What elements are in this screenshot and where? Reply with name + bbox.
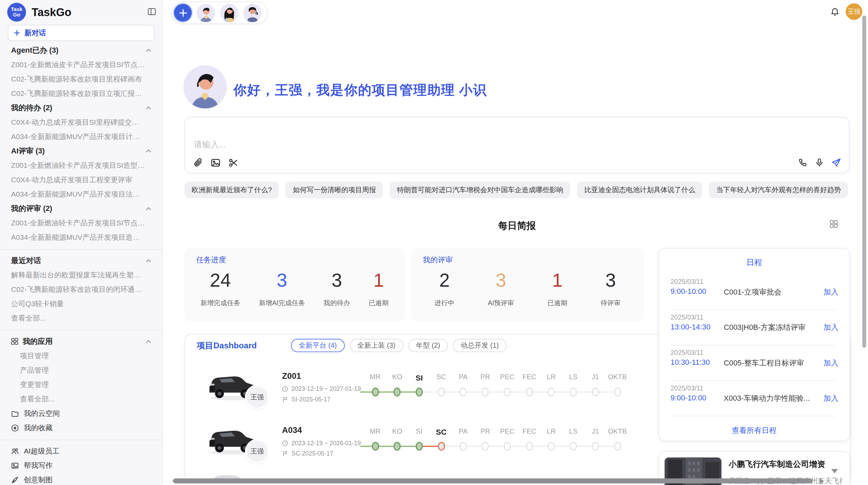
microphone-icon[interactable] bbox=[815, 158, 824, 168]
milestone-dot-PA[interactable] bbox=[460, 442, 467, 451]
attachment-icon[interactable] bbox=[193, 158, 203, 168]
sidebar-item[interactable]: A034-全新新能源MUV产品开发项目造型可行性评审 bbox=[0, 231, 162, 245]
sidebar-item-folder[interactable]: 我的云空间 bbox=[0, 407, 162, 421]
sidebar-section-my-apps[interactable]: 我的应用 bbox=[0, 334, 162, 349]
notifications-bell-icon[interactable] bbox=[830, 7, 840, 16]
suggestion-chip[interactable]: 特朗普可能对进口汽车增税会对中国车企造成哪些影响 bbox=[390, 182, 570, 198]
sidebar-item[interactable]: C02-飞腾新能源轻客改款项目立项汇报方案 bbox=[0, 86, 162, 101]
sidebar-item[interactable]: Z001-全新燃油轻卡产品开发项目SI造型提交物评审 bbox=[0, 158, 162, 173]
milestone-dot-J1[interactable] bbox=[592, 442, 599, 451]
image-upload-icon[interactable] bbox=[210, 158, 220, 168]
milestone-dot-SI[interactable] bbox=[415, 388, 423, 397]
voice-call-icon[interactable] bbox=[798, 158, 807, 168]
tab-powertrain[interactable]: 动总开发 (1) bbox=[453, 339, 506, 352]
new-chat-button[interactable]: 新对话 bbox=[8, 25, 155, 41]
screenshot-scissors-icon[interactable] bbox=[228, 158, 238, 168]
scroll-right-arrow[interactable] bbox=[820, 478, 824, 484]
schedule-entry-time: 13:00-14:30 bbox=[671, 323, 710, 331]
milestone-dot-PR[interactable] bbox=[482, 388, 489, 397]
chat-composer[interactable]: 请输入... bbox=[184, 117, 849, 173]
suggestion-chip[interactable]: 当下年轻人对汽车外观有怎样的喜好趋势 bbox=[709, 182, 848, 198]
sidebar-item[interactable]: 公司Q3轻卡销量 bbox=[0, 297, 162, 311]
sidebar-section-header[interactable]: 我的待办 (2) bbox=[0, 101, 162, 115]
tab-new-body[interactable]: 全新上装 (3) bbox=[350, 339, 403, 352]
dashboard-tabs: 全新平台 (4) 全新上装 (3) 年型 (2) 动总开发 (1) bbox=[291, 339, 507, 352]
milestone-dot-PA[interactable] bbox=[460, 388, 467, 397]
milestone-dot-FEC[interactable] bbox=[526, 388, 533, 397]
sidebar-section-header[interactable]: 我的评审 (2) bbox=[0, 201, 162, 216]
sidebar-item-star[interactable]: 我的收藏 bbox=[0, 421, 162, 435]
milestone-dot-FEC[interactable] bbox=[526, 442, 533, 451]
sidebar-section-recent-chats[interactable]: 最近对话 bbox=[0, 253, 162, 268]
milestone-dot-LS[interactable] bbox=[570, 442, 577, 451]
sidebar-item[interactable]: Z001-全新燃油轻卡产品开发项目SI节点属性5D文件评审 bbox=[0, 216, 162, 230]
milestone-dot-KO[interactable] bbox=[394, 442, 401, 451]
milestone-dot-LR[interactable] bbox=[548, 388, 555, 397]
sidebar-item[interactable]: Z001-全新燃油皮卡产品开发项目SI节点Lesson Learn报告 bbox=[0, 58, 162, 72]
milestone-dot-KO[interactable] bbox=[394, 388, 401, 397]
sidebar-item[interactable]: C02-飞腾新能源轻客改款项目里程碑画布 bbox=[0, 72, 162, 86]
milestone-dot-J1[interactable] bbox=[592, 388, 599, 397]
sidebar-item[interactable]: A034-全新新能源MUV产品开发项目法规符合性评审 bbox=[0, 187, 162, 201]
send-icon[interactable] bbox=[831, 158, 841, 168]
milestone-dot-SI[interactable] bbox=[415, 442, 423, 451]
schedule-entry-time: 10:30-11:30 bbox=[671, 358, 710, 366]
sidebar-item-users[interactable]: AI超级员工 bbox=[0, 444, 162, 459]
milestone-dot-PR[interactable] bbox=[482, 442, 489, 451]
schedule-entry-title: C003|H0B-方案冻结评审 bbox=[724, 323, 806, 333]
join-meeting-link[interactable]: 加入 bbox=[823, 394, 839, 403]
stat-in-progress: 2 进行中 bbox=[435, 269, 455, 308]
schedule-panel: 日程 2025/03/119:00-10:00C001-立项审批会加入2025/… bbox=[659, 248, 850, 441]
tab-all-new-platform[interactable]: 全新平台 (4) bbox=[291, 339, 345, 352]
view-all-schedule-link[interactable]: 查看所有日程 bbox=[659, 426, 849, 436]
sidebar-item[interactable]: 查看全部... bbox=[0, 392, 162, 407]
sidebar-item[interactable]: 解释最新出台的欧盟报废车法规再生塑料比例被调至15%... bbox=[0, 268, 162, 282]
sidebar-item[interactable]: C0X4-动力总成开发项目SI里程碑提交物检查 bbox=[0, 115, 162, 129]
sidebar-item[interactable]: 项目管理 bbox=[0, 349, 162, 363]
agent-avatar-1[interactable] bbox=[197, 4, 215, 22]
briefing-title: 每日简报 bbox=[184, 219, 849, 232]
milestone-dot-MR[interactable] bbox=[372, 442, 379, 451]
chevron-up-icon bbox=[146, 49, 151, 52]
milestone-dot-MR[interactable] bbox=[372, 388, 379, 397]
join-meeting-link[interactable]: 加入 bbox=[823, 287, 839, 297]
user-avatar-name: 王强 bbox=[848, 8, 860, 16]
vertical-scrollbar-thumb[interactable] bbox=[862, 15, 866, 348]
suggestion-chip[interactable]: 欧洲新规最近颁布了什么? bbox=[184, 182, 279, 198]
sidebar-item-pen[interactable]: 创意制图 bbox=[0, 473, 162, 485]
sidebar-item[interactable]: 产品管理 bbox=[0, 363, 162, 377]
join-meeting-link[interactable]: 加入 bbox=[823, 323, 839, 333]
sidebar-item-photo[interactable]: 帮我写作 bbox=[0, 459, 162, 473]
layout-grid-icon[interactable] bbox=[830, 220, 838, 228]
sidebar-item[interactable]: A034-全新新能源MUV产品开发项目计划变更表编写 bbox=[0, 129, 162, 144]
suggestion-chip[interactable]: 比亚迪全固态电池计划具体说了什么 bbox=[577, 182, 702, 198]
suggestion-chip[interactable]: 如何写一份清晰的项目周报 bbox=[286, 182, 383, 198]
sidebar-collapse-icon[interactable] bbox=[147, 7, 156, 16]
sidebar-section-header[interactable]: AI评审 (3) bbox=[0, 144, 162, 158]
milestone-dot-SC[interactable] bbox=[438, 442, 445, 451]
milestone-dot-OKTB[interactable] bbox=[614, 388, 621, 397]
milestone-dot-LS[interactable] bbox=[570, 388, 577, 397]
sidebar-section-header[interactable]: Agent已办 (3) bbox=[0, 43, 162, 58]
horizontal-scrollbar-thumb[interactable] bbox=[173, 478, 812, 484]
milestone-dot-LR[interactable] bbox=[548, 442, 555, 451]
schedule-separator bbox=[671, 310, 836, 310]
schedule-entry: 2025/03/119:00-10:00C001-立项审批会加入 bbox=[659, 278, 849, 313]
milestone-dot-SC[interactable] bbox=[438, 388, 445, 397]
add-agent-button[interactable] bbox=[174, 4, 192, 22]
agent-avatar-3[interactable] bbox=[243, 4, 262, 22]
sidebar-item[interactable]: C02-飞腾新能源轻客改款项目的闭环通告反馈情况 bbox=[0, 282, 162, 297]
milestone-dot-OKTB[interactable] bbox=[614, 442, 621, 451]
sidebar-item[interactable]: 查看全部... bbox=[0, 311, 162, 326]
join-meeting-link[interactable]: 加入 bbox=[823, 358, 839, 368]
milestone-dot-PEC[interactable] bbox=[504, 442, 511, 451]
sidebar-item[interactable]: 变更管理 bbox=[0, 378, 162, 392]
tab-model-year[interactable]: 年型 (2) bbox=[408, 339, 448, 352]
composer-placeholder: 请输入... bbox=[194, 139, 226, 150]
schedule-separator bbox=[671, 381, 836, 381]
sidebar-item[interactable]: C0X4-动力总成开发项目工程变更评审 bbox=[0, 173, 162, 187]
milestone-dot-PEC[interactable] bbox=[504, 388, 511, 397]
user-avatar[interactable]: 王强 bbox=[846, 3, 862, 20]
agent-avatar-2[interactable] bbox=[220, 4, 238, 22]
scroll-down-arrow[interactable] bbox=[831, 469, 838, 473]
